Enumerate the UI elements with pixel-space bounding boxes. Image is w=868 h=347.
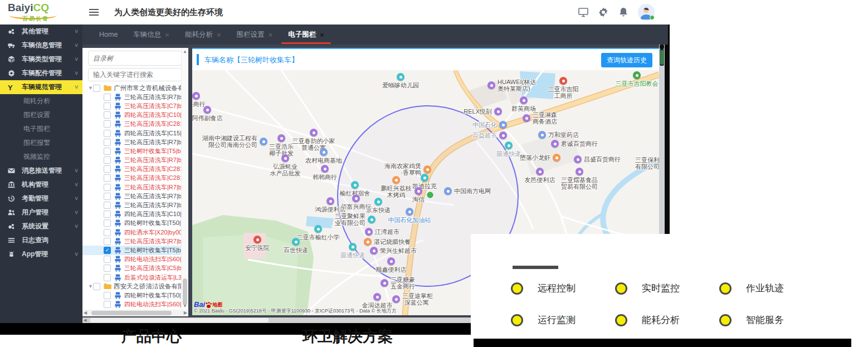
map-poi[interactable]: HUAWEI(林达 奥特莱斯店) [487,81,495,89]
collapse-arrow-icon[interactable]: ▼ [88,284,93,289]
sidebar-item[interactable]: 机构管理˅ [0,178,82,192]
tree-item[interactable]: 三轮高压清洗车|C2815|by00031 [82,174,182,183]
map-poi[interactable]: 荣兴生鲜超市 [370,247,378,255]
map-poi[interactable]: 佰富兴商行 [352,194,360,202]
map-poi[interactable]: 三亚糖豪 五金商行 [381,279,388,287]
map-poi[interactable]: 百益超市 [499,131,507,139]
footer-link-products[interactable]: 产品中心 [121,326,182,346]
tree-item[interactable]: 三轮高压清洗车|R7|by00116 [82,156,182,165]
checkbox[interactable] [104,139,111,146]
sidebar-item[interactable]: 其他管理˅ [0,25,82,38]
poi-marker-icon[interactable] [349,243,357,251]
poi-marker-icon[interactable] [494,107,502,115]
tree-item[interactable]: 四轮电动洗扫车|S60|by00182 [82,255,182,264]
bell-icon[interactable] [618,7,629,18]
query-track-history-button[interactable]: 查询轨迹历史 [601,53,652,67]
map-poi[interactable]: 淘信 [415,187,422,195]
sidebar-item[interactable]: 车辆配件管理˅ [0,66,82,80]
tree-item[interactable]: 三轮高压清洗车|C2815|by00017 [82,120,182,129]
scrollbar-thumb[interactable] [660,49,664,66]
tree-item[interactable]: 三轮高压清洗车|R7|by00111 [82,201,182,209]
map-poi[interactable]: 三亚浩乐 椰子批发 [277,134,285,142]
map-poi[interactable]: 中国石化 [499,121,507,129]
map-poi[interactable]: 爱喺哆幼儿园 [397,73,404,81]
tree-item[interactable]: ✓三轮树叶收集车|T5|by00219 [82,246,182,255]
poi-marker-icon[interactable] [321,165,329,173]
checkbox[interactable] [104,184,111,191]
sidebar-subitem[interactable]: 围栏报警 [0,136,82,150]
checkbox[interactable] [104,301,111,308]
poi-marker-icon[interactable] [292,238,300,246]
checkbox[interactable] [104,148,111,155]
map-poi[interactable]: 阿伟副食店 [203,106,211,114]
checkbox[interactable]: ✓ [104,247,111,254]
map-poi[interactable]: 凯迪拉克 [421,174,428,182]
checkbox[interactable] [104,130,111,137]
checkbox[interactable] [104,238,111,245]
map-poi[interactable]: 百世快递 [292,238,300,246]
poi-marker-icon[interactable] [499,121,507,129]
poi-marker-icon[interactable] [281,154,289,162]
tree-item[interactable]: 四轮高压清洗车|C10|by00089 [82,210,182,219]
poi-marker-icon[interactable] [415,187,422,195]
checkbox[interactable] [104,165,111,173]
gear-icon[interactable] [598,7,609,18]
checkbox[interactable] [93,283,100,290]
tab-车辆信息[interactable]: 车辆信息× [125,25,177,45]
map-poi[interactable]: 榆红村宿舍 [351,181,359,189]
sidebar-item[interactable]: 用户管理˅ [0,206,82,219]
sidebar-item[interactable]: App管理˅ [0,247,82,261]
map-poi[interactable]: 中国石化加油站 [406,208,413,216]
map-poi[interactable]: 万和堂药店 [538,131,546,139]
checkbox[interactable] [104,219,111,227]
tree-item[interactable]: 四轮树叶收集车|T50|by00218 [82,291,182,300]
tree-item[interactable]: 三轮高压清洗车|C7|by00143 [82,101,182,110]
sidebar-item[interactable]: 消息推送管理˅ [0,164,82,178]
map-poi[interactable]: 三亚市吉阳教会 [633,71,641,79]
tree-title-input[interactable] [88,51,182,66]
poi-marker-icon[interactable] [381,279,388,287]
tree-item[interactable]: 三轮高压清洗车|R7|by00125 [82,92,182,101]
map-poi[interactable]: 三亚熠基食品 贸易有限公司 [576,168,583,175]
close-icon[interactable]: × [320,31,324,39]
sidebar-subitem[interactable]: 能耗分析 [0,94,82,108]
map-poi[interactable]: 京东快递 [374,198,382,206]
map-poi[interactable]: 中国南方电网 [444,187,452,195]
poi-marker-icon[interactable] [574,155,582,163]
map-poi[interactable]: 三亚途掌柜 ·深蓝公寓 [392,295,400,303]
checkbox[interactable] [104,211,111,218]
poi-marker-icon[interactable] [253,236,261,243]
scrollbar-thumb[interactable] [91,311,172,315]
tree-horizontal-scrollbar[interactable]: ◀ ▶ [82,310,188,316]
poi-marker-icon[interactable] [314,225,322,233]
poi-marker-icon[interactable] [373,293,381,301]
checkbox[interactable] [104,256,111,263]
tree-item[interactable]: 三轮高压清洗车|R7|by00114 [82,183,182,192]
tree-item[interactable]: 四轮电动洗扫车|S60|by00189 [82,300,182,309]
checkbox[interactable] [104,174,111,182]
footer-link-solutions[interactable]: 环卫解决方案 [303,326,393,346]
map-poi[interactable]: 君诚百货商行 [551,140,559,148]
poi-marker-icon[interactable] [406,208,413,216]
checkbox[interactable] [104,229,111,236]
map-poi[interactable]: 安宁医院 [253,236,261,243]
sidebar-item[interactable]: Y车辆规范管理˅ [0,80,82,94]
scrollbar-thumb[interactable] [90,318,269,322]
poi-marker-icon[interactable] [387,257,395,265]
tree-item[interactable]: 三轮高压清洗车|R7|by00109 [82,237,182,246]
map-poi[interactable]: 金润达超市 [373,293,381,301]
poi-marker-icon[interactable] [421,174,428,182]
close-icon[interactable]: × [269,31,273,39]
poi-marker-icon[interactable] [351,181,359,189]
tree-item[interactable]: 三轮高压清洗车|C5|by00147 [82,264,182,273]
scrollbar-thumb[interactable] [183,278,187,305]
tree-group[interactable]: ▼西安天之骄清洁设备有限公司 [82,282,182,291]
sidebar-item[interactable]: 车辆信息管理˅ [0,38,82,52]
poi-marker-icon[interactable] [536,168,544,175]
map-poi[interactable]: 三亚市吉阳 工商所 [559,77,567,85]
poi-marker-icon[interactable] [392,295,400,303]
tree-item[interactable]: 三轮高压清洗车|R7|by00120 [82,138,182,146]
map-poi[interactable]: 兴商行 [192,92,200,100]
close-icon[interactable]: × [217,31,221,39]
poi-marker-icon[interactable] [326,197,334,205]
